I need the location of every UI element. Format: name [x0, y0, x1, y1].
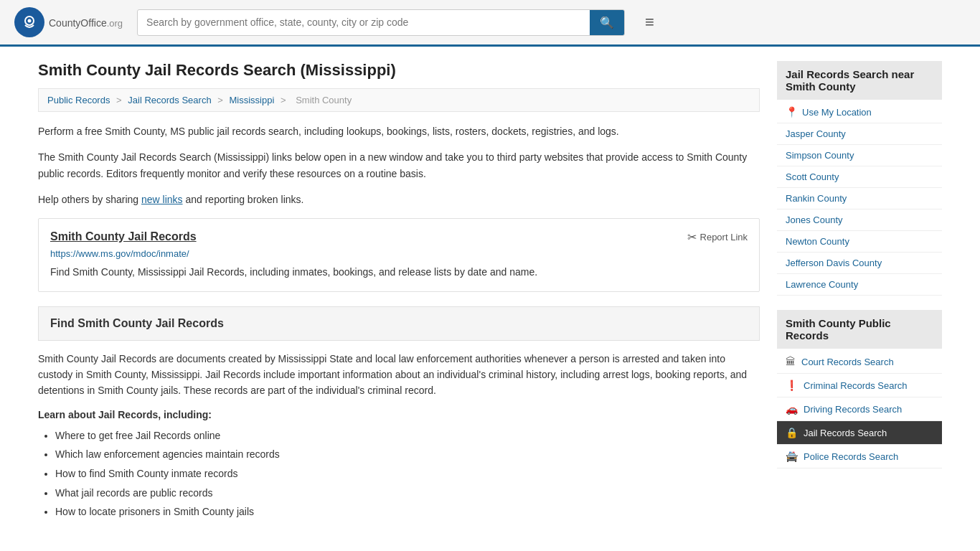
nearby-section: Jail Records Search near Smith County 📍 …: [777, 61, 942, 296]
court-icon: 🏛: [786, 356, 796, 367]
nearby-scott-county[interactable]: Scott County: [777, 166, 942, 188]
breadcrumb-mississippi[interactable]: Mississippi: [229, 95, 274, 105]
nearby-jasper-county[interactable]: Jasper County: [777, 123, 942, 145]
court-records-link[interactable]: 🏛 Court Records Search: [777, 350, 942, 374]
nearby-heading: Jail Records Search near Smith County: [777, 61, 942, 100]
breadcrumb-smith-county: Smith County: [296, 95, 352, 105]
record-title[interactable]: Smith County Jail Records: [50, 230, 197, 243]
description-3: Help others by sharing new links and rep…: [38, 192, 760, 207]
breadcrumb: Public Records > Jail Records Search > M…: [38, 88, 760, 112]
use-location-link[interactable]: Use My Location: [802, 107, 872, 118]
driving-icon: 🚗: [786, 403, 798, 415]
search-input[interactable]: [138, 11, 590, 34]
new-links-link[interactable]: new links: [141, 194, 183, 205]
jail-icon: 🔒: [786, 427, 798, 438]
list-item: Where to get free Jail Records online: [55, 426, 760, 446]
page-container: Smith County Jail Records Search (Missis…: [24, 47, 956, 536]
menu-button[interactable]: ≡: [639, 10, 660, 34]
nearby-lawrence-county[interactable]: Lawrence County: [777, 274, 942, 296]
list-item: How to locate prisoners in Smith County …: [55, 502, 760, 522]
logo-link[interactable]: CountyOffice.org: [14, 7, 123, 37]
svg-point-1: [28, 19, 32, 23]
search-button[interactable]: 🔍: [590, 10, 624, 35]
list-item: What jail records are public records: [55, 484, 760, 503]
learn-list: Where to get free Jail Records online Wh…: [38, 426, 760, 522]
find-section: Find Smith County Jail Records: [38, 306, 760, 341]
list-item: Which law enforcement agencies maintain …: [55, 445, 760, 464]
public-records-heading: Smith County Public Records: [777, 310, 942, 349]
main-content: Smith County Jail Records Search (Missis…: [38, 61, 760, 522]
record-card: Smith County Jail Records ✂ Report Link …: [38, 218, 760, 292]
record-url[interactable]: https://www.ms.gov/mdoc/inmate/: [50, 248, 748, 259]
page-title: Smith County Jail Records Search (Missis…: [38, 61, 760, 80]
jail-records-link[interactable]: 🔒 Jail Records Search: [777, 421, 942, 445]
sidebar: Jail Records Search near Smith County 📍 …: [777, 61, 942, 522]
learn-heading: Learn about Jail Records, including:: [38, 409, 760, 420]
find-section-heading: Find Smith County Jail Records: [50, 317, 748, 330]
criminal-icon: ❗: [786, 380, 798, 391]
police-records-link[interactable]: 🚔 Police Records Search: [777, 445, 942, 468]
criminal-records-link[interactable]: ❗ Criminal Records Search: [777, 374, 942, 397]
description-2: The Smith County Jail Records Search (Mi…: [38, 149, 760, 182]
logo-text: CountyOffice.org: [49, 15, 123, 30]
record-description: Find Smith County, Mississippi Jail Reco…: [50, 265, 748, 280]
breadcrumb-public-records[interactable]: Public Records: [47, 95, 110, 105]
description-1: Perform a free Smith County, MS public j…: [38, 123, 760, 139]
list-item: How to find Smith County inmate records: [55, 464, 760, 484]
header: CountyOffice.org 🔍 ≡: [0, 0, 980, 47]
location-icon: 📍: [786, 106, 798, 118]
report-link[interactable]: ✂ Report Link: [687, 230, 748, 244]
nearby-jones-county[interactable]: Jones County: [777, 209, 942, 231]
use-location-item[interactable]: 📍 Use My Location: [777, 101, 942, 123]
breadcrumb-jail-records-search[interactable]: Jail Records Search: [128, 95, 211, 105]
public-records-section: Smith County Public Records 🏛 Court Reco…: [777, 310, 942, 468]
logo-icon: [14, 7, 44, 37]
search-bar: 🔍: [137, 9, 625, 36]
nearby-rankin-county[interactable]: Rankin County: [777, 188, 942, 209]
nearby-jefferson-davis-county[interactable]: Jefferson Davis County: [777, 253, 942, 274]
police-icon: 🚔: [786, 451, 798, 462]
driving-records-link[interactable]: 🚗 Driving Records Search: [777, 397, 942, 421]
find-section-text: Smith County Jail Records are documents …: [38, 351, 760, 399]
record-card-header: Smith County Jail Records ✂ Report Link: [50, 230, 748, 244]
nearby-newton-county[interactable]: Newton County: [777, 231, 942, 253]
nearby-simpson-county[interactable]: Simpson County: [777, 145, 942, 166]
report-icon: ✂: [687, 230, 697, 244]
